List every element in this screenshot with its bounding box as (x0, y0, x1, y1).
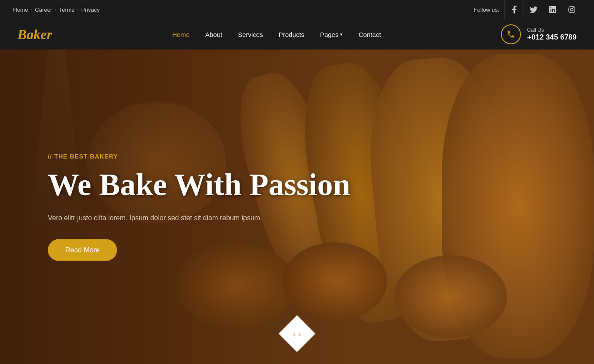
separator-1: / (31, 6, 33, 13)
nav-pages-label: Pages (320, 31, 339, 38)
hero-nav: ‹ › (280, 316, 314, 351)
nav-contact[interactable]: Contact (358, 31, 381, 38)
twitter-icon[interactable] (524, 0, 543, 19)
topbar: Home / Career / Terms / Privacy Follow u… (0, 0, 594, 19)
topbar-link-privacy[interactable]: Privacy (81, 7, 100, 13)
svg-point-2 (573, 7, 574, 8)
nav-pages-dropdown[interactable]: Pages ▾ (320, 31, 343, 38)
next-arrow-icon[interactable]: › (298, 329, 301, 339)
topbar-link-terms[interactable]: Terms (59, 7, 74, 13)
nav-links: Home About Services Products Pages ▾ Con… (172, 31, 381, 38)
facebook-icon[interactable] (504, 0, 524, 19)
site-logo[interactable]: Baker (17, 26, 52, 43)
call-number: +012 345 6789 (527, 33, 577, 42)
hero-subtitle: // THE BEST BAKERY (48, 153, 350, 160)
instagram-icon[interactable] (562, 0, 581, 19)
hero-section: // THE BEST BAKERY We Bake With Passion … (0, 50, 594, 364)
hero-description: Vero elitr justo clita lorem. Ipsum dolo… (48, 212, 350, 224)
read-more-button[interactable]: Read More (48, 239, 117, 261)
topbar-link-career[interactable]: Career (35, 7, 52, 13)
call-label: Call Us (527, 27, 577, 33)
follow-label: Follow us: (474, 7, 499, 13)
nav-services[interactable]: Services (238, 31, 263, 38)
svg-rect-0 (569, 7, 575, 13)
linkedin-icon[interactable] (543, 0, 562, 19)
chevron-down-icon: ▾ (340, 32, 343, 37)
topbar-link-home[interactable]: Home (13, 7, 28, 13)
hero-title: We Bake With Passion (48, 168, 350, 202)
nav-products[interactable]: Products (279, 31, 304, 38)
topbar-right: Follow us: (474, 0, 581, 19)
call-text: Call Us +012 345 6789 (527, 27, 577, 42)
svg-point-1 (571, 8, 573, 11)
separator-3: / (77, 6, 79, 13)
navbar: Baker Home About Services Products Pages… (0, 19, 594, 50)
hero-content: // THE BEST BAKERY We Bake With Passion … (48, 153, 350, 261)
call-us: Call Us +012 345 6789 (501, 24, 577, 44)
phone-icon (501, 24, 521, 44)
topbar-links: Home / Career / Terms / Privacy (13, 6, 100, 13)
nav-home[interactable]: Home (172, 31, 190, 38)
nav-about[interactable]: About (205, 31, 222, 38)
separator-2: / (55, 6, 57, 13)
prev-arrow-icon[interactable]: ‹ (293, 329, 296, 339)
